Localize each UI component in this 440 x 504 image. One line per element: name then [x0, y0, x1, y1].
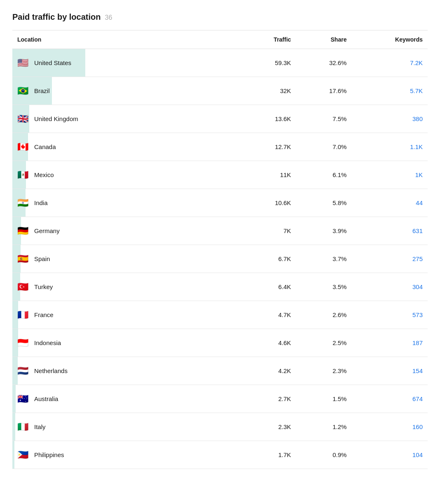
share-value: 7.5% [296, 105, 351, 133]
share-value: 3.9% [296, 217, 351, 245]
country-name: United Kingdom [34, 115, 78, 122]
location-cell: 🇫🇷 France [12, 301, 241, 329]
country-flag: 🇬🇧 [17, 114, 28, 124]
share-value: 2.3% [296, 357, 351, 385]
traffic-value: 12.7K [241, 133, 296, 161]
traffic-table: Location Traffic Share Keywords 🇺🇸 Unite… [12, 30, 428, 469]
traffic-value: 13.6K [241, 105, 296, 133]
share-value: 6.1% [296, 161, 351, 189]
keywords-value[interactable]: 44 [351, 189, 428, 217]
country-name: Brazil [34, 87, 50, 94]
keywords-value[interactable]: 1.1K [351, 133, 428, 161]
share-value: 2.5% [296, 329, 351, 357]
traffic-value: 6.4K [241, 273, 296, 301]
location-cell: 🇧🇷 Brazil [12, 77, 241, 105]
country-name: Australia [34, 395, 58, 402]
country-flag: 🇩🇪 [17, 226, 28, 236]
traffic-value: 32K [241, 77, 296, 105]
table-header-row: Location Traffic Share Keywords [12, 30, 428, 49]
table-row: 🇨🇦 Canada 12.7K 7.0% 1.1K [12, 133, 428, 161]
keywords-value[interactable]: 154 [351, 357, 428, 385]
share-value: 2.6% [296, 301, 351, 329]
share-value: 17.6% [296, 77, 351, 105]
country-name: Italy [34, 423, 46, 430]
location-cell: 🇮🇳 India [12, 189, 241, 217]
keywords-value[interactable]: 573 [351, 301, 428, 329]
location-cell: 🇮🇹 Italy [12, 413, 241, 441]
table-row: 🇮🇳 India 10.6K 5.8% 44 [12, 189, 428, 217]
total-count: 36 [105, 14, 112, 21]
table-row: 🇦🇺 Australia 2.7K 1.5% 674 [12, 385, 428, 413]
country-flag: 🇮🇳 [17, 198, 28, 208]
traffic-value: 4.7K [241, 301, 296, 329]
country-flag: 🇳🇱 [17, 366, 28, 376]
country-name: Turkey [34, 283, 53, 290]
keywords-value[interactable]: 104 [351, 441, 428, 469]
page-title: Paid traffic by location [12, 12, 101, 22]
share-value: 7.0% [296, 133, 351, 161]
keywords-value[interactable]: 187 [351, 329, 428, 357]
table-row: 🇵🇭 Philippines 1.7K 0.9% 104 [12, 441, 428, 469]
country-flag: 🇵🇭 [17, 450, 28, 460]
country-flag: 🇨🇦 [17, 142, 28, 152]
country-flag: 🇫🇷 [17, 310, 28, 320]
traffic-value: 11K [241, 161, 296, 189]
country-name: Canada [34, 143, 56, 150]
location-cell: 🇩🇪 Germany [12, 217, 241, 245]
table-row: 🇹🇷 Turkey 6.4K 3.5% 304 [12, 273, 428, 301]
country-name: Germany [34, 227, 60, 234]
traffic-value: 10.6K [241, 189, 296, 217]
country-name: Indonesia [34, 339, 61, 346]
location-cell: 🇨🇦 Canada [12, 133, 241, 161]
country-flag: 🇦🇺 [17, 394, 28, 404]
country-flag: 🇺🇸 [17, 58, 28, 68]
table-row: 🇳🇱 Netherlands 4.2K 2.3% 154 [12, 357, 428, 385]
country-name: Philippines [34, 451, 64, 458]
col-share: Share [296, 30, 351, 49]
table-row: 🇮🇩 Indonesia 4.6K 2.5% 187 [12, 329, 428, 357]
keywords-value[interactable]: 674 [351, 385, 428, 413]
keywords-value[interactable]: 631 [351, 217, 428, 245]
country-flag: 🇮🇹 [17, 422, 28, 432]
share-value: 0.9% [296, 441, 351, 469]
table-row: 🇮🇹 Italy 2.3K 1.2% 160 [12, 413, 428, 441]
location-cell: 🇹🇷 Turkey [12, 273, 241, 301]
country-flag: 🇹🇷 [17, 282, 28, 292]
table-row: 🇫🇷 France 4.7K 2.6% 573 [12, 301, 428, 329]
country-name: Mexico [34, 171, 54, 178]
keywords-value[interactable]: 380 [351, 105, 428, 133]
location-cell: 🇬🇧 United Kingdom [12, 105, 241, 133]
country-flag: 🇧🇷 [17, 86, 28, 96]
country-name: United States [34, 59, 71, 66]
country-flag: 🇪🇸 [17, 254, 28, 264]
share-value: 1.2% [296, 413, 351, 441]
country-flag: 🇮🇩 [17, 338, 28, 348]
traffic-value: 1.7K [241, 441, 296, 469]
share-value: 5.8% [296, 189, 351, 217]
table-row: 🇩🇪 Germany 7K 3.9% 631 [12, 217, 428, 245]
traffic-value: 2.3K [241, 413, 296, 441]
keywords-value[interactable]: 275 [351, 245, 428, 273]
traffic-value: 2.7K [241, 385, 296, 413]
location-cell: 🇳🇱 Netherlands [12, 357, 241, 385]
keywords-value[interactable]: 5.7K [351, 77, 428, 105]
country-name: France [34, 311, 54, 318]
keywords-value[interactable]: 7.2K [351, 49, 428, 77]
keywords-value[interactable]: 1K [351, 161, 428, 189]
country-name: India [34, 199, 48, 206]
table-row: 🇺🇸 United States 59.3K 32.6% 7.2K [12, 49, 428, 77]
keywords-value[interactable]: 160 [351, 413, 428, 441]
country-flag: 🇲🇽 [17, 170, 28, 180]
share-value: 3.5% [296, 273, 351, 301]
country-name: Spain [34, 255, 50, 262]
table-row: 🇪🇸 Spain 6.7K 3.7% 275 [12, 245, 428, 273]
location-cell: 🇺🇸 United States [12, 49, 241, 77]
location-cell: 🇪🇸 Spain [12, 245, 241, 273]
traffic-value: 7K [241, 217, 296, 245]
table-row: 🇬🇧 United Kingdom 13.6K 7.5% 380 [12, 105, 428, 133]
page-header: Paid traffic by location 36 [12, 12, 428, 22]
col-keywords: Keywords [351, 30, 428, 49]
keywords-value[interactable]: 304 [351, 273, 428, 301]
location-cell: 🇮🇩 Indonesia [12, 329, 241, 357]
traffic-value: 6.7K [241, 245, 296, 273]
